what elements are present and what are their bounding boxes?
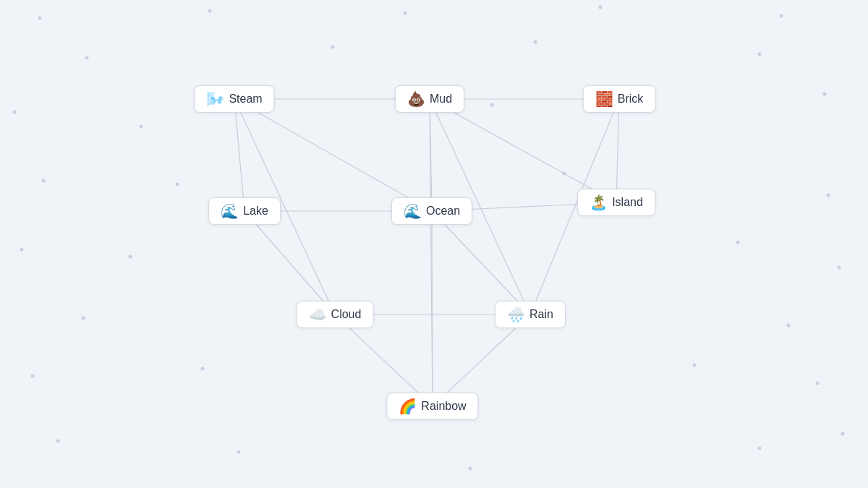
node-cloud[interactable]: ☁️Cloud [297, 301, 374, 328]
edge-mud-rainbow [430, 99, 433, 406]
edge-steam-lake [234, 99, 244, 211]
island-label: Island [612, 196, 643, 209]
cloud-emoji: ☁️ [309, 307, 327, 322]
node-island[interactable]: 🏝️Island [577, 189, 655, 216]
edge-mud-ocean [430, 99, 432, 211]
island-emoji: 🏝️ [590, 195, 608, 210]
node-brick[interactable]: 🧱Brick [583, 85, 656, 113]
rainbow-emoji: 🌈 [399, 399, 417, 414]
edge-brick-island [616, 99, 619, 202]
edge-lake-cloud [244, 211, 335, 314]
rain-label: Rain [529, 308, 553, 321]
mud-emoji: 💩 [407, 92, 425, 106]
steam-label: Steam [229, 93, 262, 106]
lake-emoji: 🌊 [221, 204, 239, 218]
node-ocean[interactable]: 🌊Ocean [391, 197, 472, 225]
brick-label: Brick [618, 93, 644, 106]
mud-label: Mud [430, 93, 452, 106]
ocean-label: Ocean [426, 205, 460, 218]
node-mud[interactable]: 💩Mud [395, 85, 464, 113]
lake-label: Lake [243, 205, 268, 218]
rain-emoji: 🌧️ [507, 307, 525, 322]
rainbow-label: Rainbow [421, 400, 466, 413]
steam-emoji: 🌬️ [206, 92, 224, 106]
node-lake[interactable]: 🌊Lake [208, 197, 281, 225]
graph-container: 🌬️Steam💩Mud🧱Brick🌊Lake🌊Ocean🏝️Island☁️Cl… [0, 0, 868, 488]
cloud-label: Cloud [331, 308, 362, 321]
node-rainbow[interactable]: 🌈Rainbow [386, 393, 478, 420]
edge-ocean-rainbow [432, 211, 433, 406]
edge-steam-ocean [234, 99, 432, 211]
edge-mud-island [430, 99, 616, 202]
node-steam[interactable]: 🌬️Steam [194, 85, 274, 113]
edge-ocean-rain [432, 211, 530, 314]
brick-emoji: 🧱 [595, 92, 613, 106]
node-rain[interactable]: 🌧️Rain [495, 301, 566, 328]
ocean-emoji: 🌊 [404, 204, 422, 218]
